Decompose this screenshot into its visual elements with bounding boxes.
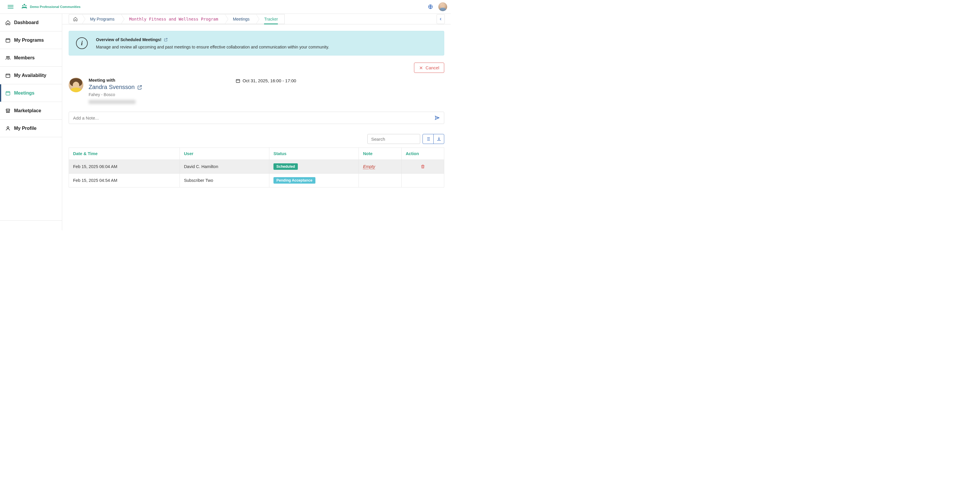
note-input[interactable]	[73, 115, 434, 120]
calendar-check-icon	[5, 91, 11, 96]
status-badge: Pending Acceptance	[274, 177, 315, 184]
external-link-icon[interactable]	[164, 38, 168, 42]
sidebar-item-label: Dashboard	[14, 20, 39, 25]
external-link-icon	[137, 85, 142, 90]
meeting-redacted-text	[89, 100, 135, 104]
status-badge: Scheduled	[274, 163, 298, 170]
svg-point-2	[6, 56, 8, 58]
sidebar-item-label: My Profile	[14, 126, 37, 131]
sidebar: Dashboard My Programs Members My Availab…	[0, 14, 62, 230]
user-icon	[5, 126, 11, 131]
store-icon	[5, 108, 11, 113]
sidebar-item-label: Marketplace	[14, 108, 41, 113]
breadcrumb-collapse-button[interactable]	[437, 14, 445, 24]
globe-icon[interactable]	[428, 4, 433, 10]
logo-mark-icon	[21, 3, 28, 11]
banner-title: Overview of Scheduled Meetings!	[96, 37, 161, 42]
main-content: My Programs Monthly Fitness and Wellness…	[62, 14, 451, 230]
table-row: Feb 15, 2025 04:54 AM Subscriber Two Pen…	[69, 174, 444, 187]
cancel-button[interactable]: Cancel	[414, 62, 444, 73]
table-toolbar	[68, 134, 444, 144]
cell-action	[401, 174, 444, 187]
breadcrumb-tracker[interactable]: Tracker	[256, 14, 284, 24]
sidebar-item-marketplace[interactable]: Marketplace	[0, 102, 62, 120]
breadcrumb-meetings[interactable]: Meetings	[225, 14, 256, 24]
meeting-datetime: Oct 31, 2025, 16:00 - 17:00	[235, 78, 296, 83]
cell-note	[359, 174, 401, 187]
meeting-person-name: Zandra Svensson	[89, 84, 135, 91]
search-input[interactable]	[371, 137, 416, 142]
meeting-datetime-text: Oct 31, 2025, 16:00 - 17:00	[243, 78, 296, 83]
users-icon	[5, 55, 11, 61]
chevron-left-icon	[439, 18, 442, 21]
svg-rect-5	[6, 91, 10, 95]
sidebar-item-my-programs[interactable]: My Programs	[0, 32, 62, 49]
sidebar-footer-divider	[0, 220, 62, 230]
col-note[interactable]: Note	[359, 148, 401, 160]
info-banner: i Overview of Scheduled Meetings! Manage…	[68, 31, 444, 56]
cell-datetime: Feb 15, 2025 04:54 AM	[69, 174, 180, 187]
cell-datetime: Feb 15, 2025 06:04 AM	[69, 160, 180, 174]
sidebar-item-label: My Programs	[14, 38, 44, 43]
cell-status: Scheduled	[269, 160, 359, 174]
sidebar-item-dashboard[interactable]: Dashboard	[0, 14, 62, 32]
info-icon: i	[76, 37, 88, 49]
breadcrumb-program-name[interactable]: Monthly Fitness and Wellness Program	[121, 14, 224, 24]
meeting-with-label: Meeting with	[89, 78, 142, 83]
current-user-avatar[interactable]	[438, 2, 447, 11]
breadcrumb-label: Meetings	[233, 17, 250, 21]
hamburger-menu-icon[interactable]	[8, 4, 13, 10]
meetings-table: Date & Time User Status Note Action Feb …	[68, 147, 444, 187]
col-status[interactable]: Status	[269, 148, 359, 160]
breadcrumb-home[interactable]	[69, 14, 82, 24]
cell-action	[401, 160, 444, 174]
home-icon	[5, 20, 11, 25]
col-user[interactable]: User	[180, 148, 269, 160]
breadcrumb-label: Monthly Fitness and Wellness Program	[129, 17, 218, 21]
trash-icon[interactable]	[420, 164, 425, 169]
list-view-button[interactable]	[423, 134, 433, 144]
calendar-icon	[235, 78, 240, 83]
sidebar-item-label: Meetings	[14, 91, 34, 96]
meeting-summary: Meeting with Zandra Svensson Fahey - Bos…	[68, 78, 444, 104]
meeting-organization: Fahey - Bosco	[89, 92, 142, 97]
cell-status: Pending Acceptance	[269, 174, 359, 187]
svg-point-6	[7, 126, 9, 128]
calendar-icon	[5, 38, 11, 43]
close-icon	[419, 66, 423, 70]
cell-note: Empty	[359, 160, 401, 174]
meeting-person-avatar	[68, 78, 83, 92]
download-button[interactable]	[433, 134, 444, 144]
list-icon	[425, 136, 431, 142]
meeting-person-link[interactable]: Zandra Svensson	[89, 84, 142, 91]
svg-rect-1	[6, 38, 10, 42]
brand-name: Demo Professional Communities	[30, 5, 80, 8]
calendar-blank-icon	[5, 73, 11, 78]
sidebar-item-members[interactable]: Members	[0, 49, 62, 67]
sidebar-item-meetings[interactable]: Meetings	[0, 84, 62, 102]
download-icon	[436, 136, 442, 142]
cell-user: David C. Hamilton	[180, 160, 269, 174]
cell-user: Subscriber Two	[180, 174, 269, 187]
send-icon[interactable]	[434, 115, 440, 120]
note-empty-link[interactable]: Empty	[363, 164, 375, 169]
cancel-button-label: Cancel	[425, 65, 439, 70]
breadcrumb-my-programs[interactable]: My Programs	[82, 14, 121, 24]
table-search[interactable]	[368, 134, 420, 144]
svg-rect-4	[6, 74, 10, 77]
sidebar-item-my-availability[interactable]: My Availability	[0, 67, 62, 84]
add-note-field[interactable]	[68, 112, 444, 124]
col-action[interactable]: Action	[401, 148, 444, 160]
brand-logo[interactable]: Demo Professional Communities	[21, 3, 80, 11]
svg-rect-7	[236, 79, 240, 83]
topbar: Demo Professional Communities	[0, 0, 451, 14]
svg-point-3	[8, 56, 10, 58]
sidebar-item-label: My Availability	[14, 73, 46, 78]
sidebar-item-my-profile[interactable]: My Profile	[0, 120, 62, 137]
table-row: Feb 15, 2025 06:04 AM David C. Hamilton …	[69, 160, 444, 174]
breadcrumb-label: Tracker	[264, 17, 278, 21]
sidebar-item-label: Members	[14, 55, 35, 61]
breadcrumb-bar: My Programs Monthly Fitness and Wellness…	[62, 14, 451, 24]
col-datetime[interactable]: Date & Time	[69, 148, 180, 160]
banner-description: Manage and review all upcoming and past …	[96, 45, 329, 50]
